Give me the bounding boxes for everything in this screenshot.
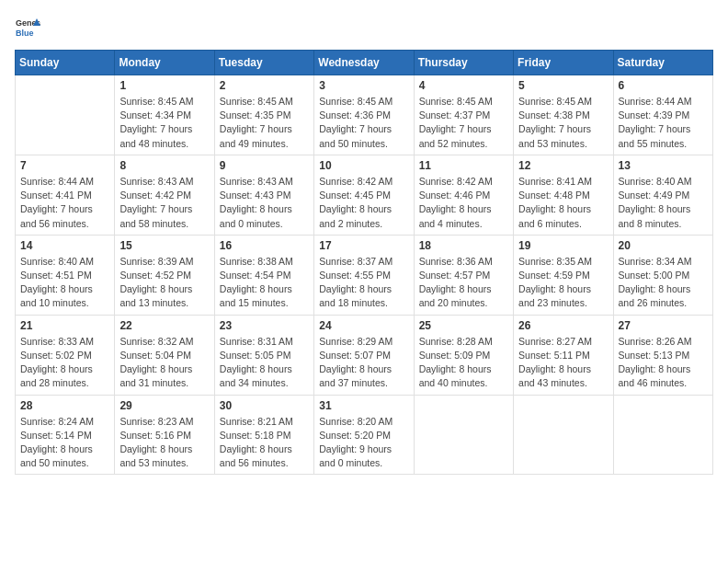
calendar-header-row: SundayMondayTuesdayWednesdayThursdayFrid… [16, 51, 713, 75]
calendar-cell: 27Sunrise: 8:26 AMSunset: 5:13 PMDayligh… [613, 315, 712, 395]
day-number: 25 [419, 319, 508, 332]
calendar-week-row: 7Sunrise: 8:44 AMSunset: 4:41 PMDaylight… [16, 155, 713, 235]
calendar-week-row: 21Sunrise: 8:33 AMSunset: 5:02 PMDayligh… [16, 315, 713, 395]
header-cell-saturday: Saturday [613, 51, 712, 75]
header-cell-friday: Friday [514, 51, 613, 75]
calendar-cell: 19Sunrise: 8:35 AMSunset: 4:59 PMDayligh… [514, 235, 613, 315]
day-number: 2 [220, 79, 309, 92]
calendar-cell: 15Sunrise: 8:39 AMSunset: 4:52 PMDayligh… [115, 235, 214, 315]
day-number: 21 [20, 319, 109, 332]
day-number: 31 [319, 399, 408, 412]
day-number: 8 [119, 159, 209, 172]
day-number: 5 [518, 79, 608, 92]
day-info: Sunrise: 8:24 AMSunset: 5:14 PMDaylight:… [20, 415, 109, 471]
header-cell-tuesday: Tuesday [214, 51, 313, 75]
day-info: Sunrise: 8:38 AMSunset: 4:54 PMDaylight:… [220, 255, 309, 311]
calendar-week-row: 14Sunrise: 8:40 AMSunset: 4:51 PMDayligh… [16, 235, 713, 315]
day-info: Sunrise: 8:20 AMSunset: 5:20 PMDaylight:… [319, 415, 408, 471]
day-number: 12 [518, 159, 608, 172]
calendar-cell [514, 395, 613, 475]
day-number: 27 [619, 319, 708, 332]
calendar-cell: 16Sunrise: 8:38 AMSunset: 4:54 PMDayligh… [214, 235, 313, 315]
calendar-cell: 9Sunrise: 8:43 AMSunset: 4:43 PMDaylight… [214, 155, 313, 235]
day-number: 3 [319, 79, 408, 92]
day-number: 1 [119, 79, 209, 92]
day-info: Sunrise: 8:28 AMSunset: 5:09 PMDaylight:… [419, 335, 508, 391]
day-number: 23 [220, 319, 309, 332]
calendar-cell: 31Sunrise: 8:20 AMSunset: 5:20 PMDayligh… [314, 395, 414, 475]
day-info: Sunrise: 8:37 AMSunset: 4:55 PMDaylight:… [319, 255, 408, 311]
day-info: Sunrise: 8:44 AMSunset: 4:39 PMDaylight:… [619, 95, 708, 151]
day-info: Sunrise: 8:27 AMSunset: 5:11 PMDaylight:… [518, 335, 608, 391]
day-number: 17 [319, 239, 408, 252]
day-info: Sunrise: 8:23 AMSunset: 5:16 PMDaylight:… [119, 415, 209, 471]
calendar-cell: 11Sunrise: 8:42 AMSunset: 4:46 PMDayligh… [414, 155, 513, 235]
day-number: 24 [319, 319, 408, 332]
day-number: 14 [20, 239, 109, 252]
calendar-cell [16, 75, 115, 155]
day-info: Sunrise: 8:21 AMSunset: 5:18 PMDaylight:… [220, 415, 309, 471]
calendar-table: SundayMondayTuesdayWednesdayThursdayFrid… [15, 50, 713, 475]
day-number: 19 [518, 239, 608, 252]
calendar-cell: 21Sunrise: 8:33 AMSunset: 5:02 PMDayligh… [16, 315, 115, 395]
day-info: Sunrise: 8:40 AMSunset: 4:51 PMDaylight:… [20, 255, 109, 311]
day-number: 10 [319, 159, 408, 172]
calendar-cell [414, 395, 513, 475]
calendar-cell: 7Sunrise: 8:44 AMSunset: 4:41 PMDaylight… [16, 155, 115, 235]
day-number: 18 [419, 239, 508, 252]
day-number: 22 [119, 319, 209, 332]
day-number: 13 [619, 159, 708, 172]
calendar-cell: 8Sunrise: 8:43 AMSunset: 4:42 PMDaylight… [115, 155, 214, 235]
calendar-week-row: 28Sunrise: 8:24 AMSunset: 5:14 PMDayligh… [16, 395, 713, 475]
day-number: 6 [619, 79, 708, 92]
header-cell-wednesday: Wednesday [314, 51, 414, 75]
header-cell-thursday: Thursday [414, 51, 513, 75]
day-info: Sunrise: 8:34 AMSunset: 5:00 PMDaylight:… [619, 255, 708, 311]
day-info: Sunrise: 8:45 AMSunset: 4:36 PMDaylight:… [319, 95, 408, 151]
calendar-cell: 13Sunrise: 8:40 AMSunset: 4:49 PMDayligh… [613, 155, 712, 235]
calendar-cell: 22Sunrise: 8:32 AMSunset: 5:04 PMDayligh… [115, 315, 214, 395]
day-info: Sunrise: 8:35 AMSunset: 4:59 PMDaylight:… [518, 255, 608, 311]
calendar-cell: 20Sunrise: 8:34 AMSunset: 5:00 PMDayligh… [613, 235, 712, 315]
calendar-cell: 24Sunrise: 8:29 AMSunset: 5:07 PMDayligh… [314, 315, 414, 395]
day-number: 20 [619, 239, 708, 252]
day-number: 30 [220, 399, 309, 412]
calendar-cell: 6Sunrise: 8:44 AMSunset: 4:39 PMDaylight… [613, 75, 712, 155]
calendar-cell: 28Sunrise: 8:24 AMSunset: 5:14 PMDayligh… [16, 395, 115, 475]
page-header: General Blue [15, 15, 713, 40]
calendar-cell: 23Sunrise: 8:31 AMSunset: 5:05 PMDayligh… [214, 315, 313, 395]
calendar-cell: 4Sunrise: 8:45 AMSunset: 4:37 PMDaylight… [414, 75, 513, 155]
svg-text:Blue: Blue [16, 29, 34, 38]
header-cell-sunday: Sunday [16, 51, 115, 75]
calendar-cell: 18Sunrise: 8:36 AMSunset: 4:57 PMDayligh… [414, 235, 513, 315]
day-info: Sunrise: 8:36 AMSunset: 4:57 PMDaylight:… [419, 255, 508, 311]
day-number: 26 [518, 319, 608, 332]
calendar-cell: 26Sunrise: 8:27 AMSunset: 5:11 PMDayligh… [514, 315, 613, 395]
day-info: Sunrise: 8:29 AMSunset: 5:07 PMDaylight:… [319, 335, 408, 391]
day-info: Sunrise: 8:44 AMSunset: 4:41 PMDaylight:… [20, 175, 109, 231]
day-number: 11 [419, 159, 508, 172]
calendar-cell: 10Sunrise: 8:42 AMSunset: 4:45 PMDayligh… [314, 155, 414, 235]
day-info: Sunrise: 8:42 AMSunset: 4:45 PMDaylight:… [319, 175, 408, 231]
day-number: 9 [220, 159, 309, 172]
calendar-cell: 3Sunrise: 8:45 AMSunset: 4:36 PMDaylight… [314, 75, 414, 155]
day-info: Sunrise: 8:45 AMSunset: 4:37 PMDaylight:… [419, 95, 508, 151]
calendar-cell: 1Sunrise: 8:45 AMSunset: 4:34 PMDaylight… [115, 75, 214, 155]
calendar-cell: 17Sunrise: 8:37 AMSunset: 4:55 PMDayligh… [314, 235, 414, 315]
day-number: 7 [20, 159, 109, 172]
calendar-cell: 14Sunrise: 8:40 AMSunset: 4:51 PMDayligh… [16, 235, 115, 315]
day-info: Sunrise: 8:42 AMSunset: 4:46 PMDaylight:… [419, 175, 508, 231]
day-info: Sunrise: 8:40 AMSunset: 4:49 PMDaylight:… [619, 175, 708, 231]
day-info: Sunrise: 8:32 AMSunset: 5:04 PMDaylight:… [119, 335, 209, 391]
day-info: Sunrise: 8:39 AMSunset: 4:52 PMDaylight:… [119, 255, 209, 311]
calendar-cell: 25Sunrise: 8:28 AMSunset: 5:09 PMDayligh… [414, 315, 513, 395]
day-number: 28 [20, 399, 109, 412]
logo-icon: General Blue [15, 15, 40, 40]
day-info: Sunrise: 8:45 AMSunset: 4:34 PMDaylight:… [119, 95, 209, 151]
day-info: Sunrise: 8:45 AMSunset: 4:35 PMDaylight:… [220, 95, 309, 151]
day-number: 15 [119, 239, 209, 252]
calendar-cell: 2Sunrise: 8:45 AMSunset: 4:35 PMDaylight… [214, 75, 313, 155]
day-info: Sunrise: 8:26 AMSunset: 5:13 PMDaylight:… [619, 335, 708, 391]
day-info: Sunrise: 8:31 AMSunset: 5:05 PMDaylight:… [220, 335, 309, 391]
day-info: Sunrise: 8:33 AMSunset: 5:02 PMDaylight:… [20, 335, 109, 391]
